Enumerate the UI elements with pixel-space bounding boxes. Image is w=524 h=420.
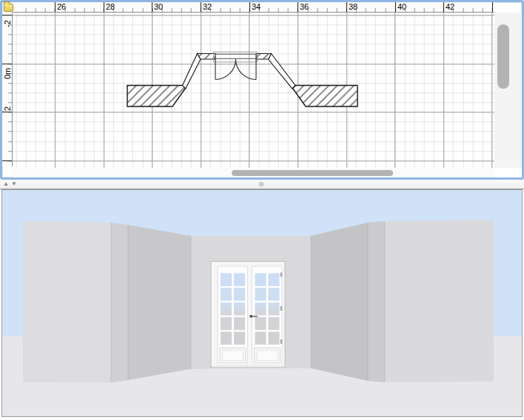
ruler-tick bbox=[2, 15, 13, 16]
door-handle-knob bbox=[249, 315, 252, 318]
plan-drawing bbox=[13, 13, 494, 168]
wall-right[interactable] bbox=[293, 86, 358, 107]
plan-view-panel[interactable]: 26 28 30 32 34 36 38 40 42 44 -2 0m 2 bbox=[0, 0, 524, 180]
ruler-tick: 38 bbox=[346, 2, 357, 13]
splitter-grip-dot bbox=[259, 182, 263, 186]
ruler-label: -2 bbox=[3, 20, 12, 27]
split-pane-divider[interactable]: ▲ ▼ bbox=[0, 180, 524, 189]
wall3d-right-edge[interactable] bbox=[368, 221, 385, 382]
wall-front-right[interactable] bbox=[256, 54, 272, 60]
ruler-tick: 44 bbox=[492, 2, 494, 13]
ruler-tick bbox=[2, 160, 13, 161]
wall-left[interactable] bbox=[127, 86, 186, 107]
ruler-tick: 34 bbox=[249, 2, 261, 13]
vertical-scrollbar-thumb[interactable] bbox=[497, 24, 509, 89]
wall3d-left-block[interactable] bbox=[23, 221, 111, 383]
ruler-tick: 26 bbox=[55, 2, 66, 13]
view3d-panel[interactable] bbox=[1, 189, 523, 417]
ruler-tick: 28 bbox=[104, 2, 115, 13]
ruler-tick bbox=[2, 112, 13, 112]
wall3d-right-angled[interactable] bbox=[311, 223, 368, 381]
ruler-tick: 36 bbox=[298, 2, 309, 13]
folder-icon bbox=[4, 4, 13, 12]
view3d-scene bbox=[2, 190, 522, 416]
wall-diagonal-left[interactable] bbox=[183, 54, 201, 89]
door3d[interactable] bbox=[211, 262, 285, 368]
ruler-tick: 30 bbox=[152, 2, 163, 13]
wall3d-left-edge[interactable] bbox=[111, 223, 128, 383]
horizontal-ruler: 26 28 30 32 34 36 38 40 42 44 bbox=[13, 2, 494, 13]
ruler-tick: 32 bbox=[201, 2, 212, 13]
ruler-label: 0m bbox=[3, 68, 12, 79]
scrollbar-corner bbox=[494, 168, 522, 177]
ruler-tick bbox=[2, 64, 13, 64]
ruler-tick: 40 bbox=[395, 2, 406, 13]
wall3d-right-block[interactable] bbox=[385, 220, 494, 383]
ruler-tick: 42 bbox=[443, 2, 454, 13]
horizontal-scrollbar-thumb[interactable] bbox=[232, 170, 393, 176]
collapse-down-button[interactable]: ▼ bbox=[11, 180, 17, 188]
wall-diagonal-right[interactable] bbox=[269, 54, 296, 89]
wall-front-left[interactable] bbox=[198, 54, 216, 60]
collapse-up-button[interactable]: ▲ bbox=[3, 180, 9, 188]
sweet-home-window: { "plan_view": { "horizontal_ruler": { "… bbox=[0, 0, 524, 420]
wall3d-left-angled[interactable] bbox=[128, 225, 191, 380]
ruler-label: 2 bbox=[3, 106, 12, 111]
vertical-ruler: -2 0m 2 bbox=[2, 13, 13, 166]
